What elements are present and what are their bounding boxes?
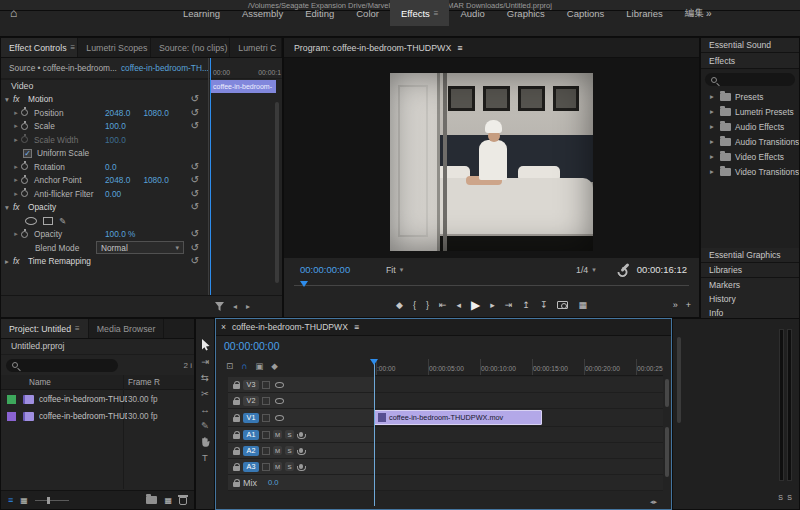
track-v1-header[interactable]: V1: [228, 409, 374, 427]
clip-name[interactable]: coffee-in-bedroom-THUDP: [39, 395, 127, 404]
fx-badge-icon[interactable]: fx: [13, 202, 28, 212]
sync-lock-icon[interactable]: [262, 397, 270, 405]
opacity-value[interactable]: 100.0 %: [105, 229, 135, 239]
program-current-timecode[interactable]: 00:00:00:00: [300, 264, 350, 275]
mute-button[interactable]: M: [273, 446, 282, 455]
tab-media-browser[interactable]: Media Browser: [89, 319, 165, 338]
panel-menu-icon[interactable]: ≡: [75, 324, 80, 333]
razor-tool[interactable]: ✂: [196, 385, 214, 401]
track-select-tool[interactable]: ⇥: [196, 353, 214, 369]
timeline-ruler[interactable]: :00:00 00:00:05:00 00:00:10:00 00:00:15:…: [374, 359, 663, 376]
track-a2-header[interactable]: A2 M S: [228, 443, 374, 459]
workspace-audio[interactable]: Audio: [449, 0, 495, 26]
timeline-scroll-buttons[interactable]: ◂▸: [650, 498, 657, 506]
lock-icon[interactable]: [233, 384, 240, 389]
panel-markers[interactable]: Markers: [701, 278, 799, 293]
expand-anti-flicker-icon[interactable]: ▸: [11, 190, 21, 198]
track-a1-lane[interactable]: [374, 427, 663, 443]
scrubber-playhead[interactable]: [300, 281, 308, 291]
comparison-view-button[interactable]: ▦: [578, 300, 587, 310]
timeline-clip[interactable]: coffee-in-bedroom-THUDPWX.mov: [374, 410, 542, 425]
track-a3-header[interactable]: A3 M S: [228, 459, 374, 475]
solo-button[interactable]: S: [285, 446, 294, 455]
new-bin-button[interactable]: [146, 496, 157, 504]
track-mix-lane[interactable]: [374, 475, 663, 491]
panel-menu-icon[interactable]: ≡: [457, 43, 462, 53]
list-view-button[interactable]: ≡: [8, 495, 13, 505]
lock-icon[interactable]: [233, 466, 240, 471]
voiceover-record-icon[interactable]: [299, 448, 303, 453]
snap-icon[interactable]: ∩: [241, 361, 247, 371]
panel-menu-icon[interactable]: ≡: [71, 43, 76, 52]
lock-icon[interactable]: [233, 482, 240, 487]
home-icon[interactable]: ⌂: [10, 0, 17, 26]
reset-position-icon[interactable]: ↺: [191, 108, 199, 118]
motion-effect-label[interactable]: Motion: [28, 94, 53, 104]
lock-icon[interactable]: [233, 450, 240, 455]
effects-folder-presets[interactable]: ▸ Presets: [701, 89, 799, 104]
track-a1-badge[interactable]: A1: [243, 430, 259, 440]
reset-motion-icon[interactable]: ↺: [191, 94, 199, 104]
keyframe-ruler[interactable]: 00:00 00:00:1: [209, 58, 282, 79]
chevron-right-icon[interactable]: ▸: [708, 167, 716, 176]
tab-lumetri-color[interactable]: Lumetri C: [230, 38, 282, 57]
chevron-right-icon[interactable]: ▸: [708, 152, 716, 161]
workspace-graphics[interactable]: Graphics: [496, 0, 556, 26]
blend-mode-dropdown[interactable]: Normal ▾: [96, 241, 184, 254]
time-remapping-label[interactable]: Time Remapping: [28, 256, 91, 266]
timeline-vertical-scrollbar[interactable]: [665, 427, 669, 477]
mix-level-value[interactable]: 0.0: [268, 478, 279, 487]
solo-button[interactable]: S: [285, 462, 294, 471]
track-a1-header[interactable]: A1 M S: [228, 427, 374, 443]
add-marker-icon[interactable]: ◆: [271, 361, 278, 371]
sync-lock-icon[interactable]: [262, 414, 270, 422]
expand-position-icon[interactable]: ▸: [11, 109, 21, 117]
sync-lock-icon[interactable]: [262, 381, 270, 389]
reset-blend-mode-icon[interactable]: ↺: [191, 243, 199, 253]
previous-keyframe-icon[interactable]: ◂: [233, 302, 237, 311]
close-icon[interactable]: ×: [221, 322, 226, 332]
rotation-value[interactable]: 0.0: [105, 162, 117, 172]
panel-libraries[interactable]: Libraries: [701, 263, 799, 278]
reset-opacity-icon[interactable]: ↺: [191, 229, 199, 239]
lock-icon[interactable]: [233, 400, 240, 405]
delete-trash-button[interactable]: [179, 497, 187, 505]
play-button[interactable]: ▶: [471, 300, 480, 310]
toggle-track-output-icon[interactable]: [275, 398, 284, 404]
voiceover-record-icon[interactable]: [299, 432, 303, 437]
export-frame-button[interactable]: [557, 301, 568, 309]
workspace-editing[interactable]: Editing: [294, 0, 345, 26]
uniform-scale-checkbox[interactable]: ✓: [23, 149, 32, 158]
workspace-assembly[interactable]: Assembly: [231, 0, 294, 26]
expand-anchor-icon[interactable]: ▸: [11, 176, 21, 184]
source-clip-label[interactable]: Source • coffee-in-bedroom...: [9, 63, 117, 73]
panel-essential-sound[interactable]: Essential Sound: [701, 38, 799, 53]
effects-folder-lumetri-presets[interactable]: ▸ Lumetri Presets: [701, 104, 799, 119]
track-v2-badge[interactable]: V2: [243, 396, 259, 406]
panel-effects[interactable]: Effects: [701, 54, 799, 69]
go-to-in-button[interactable]: ⇤: [439, 300, 447, 310]
track-mix-header[interactable]: Mix 0.0: [228, 475, 374, 491]
track-v3-header[interactable]: V3: [228, 377, 374, 393]
solo-left-button[interactable]: S: [778, 494, 783, 501]
mark-in-button[interactable]: {: [413, 300, 416, 310]
track-v3-lane[interactable]: [374, 377, 663, 393]
reset-rotation-icon[interactable]: ↺: [191, 162, 199, 172]
new-item-button[interactable]: ▦: [164, 496, 172, 505]
effects-search-input[interactable]: [705, 73, 795, 86]
position-y-value[interactable]: 1080.0: [143, 108, 168, 118]
clip-name[interactable]: coffee-in-bedroom-THUDP: [39, 412, 127, 421]
track-v1-lane[interactable]: coffee-in-bedroom-THUDPWX.mov: [374, 409, 663, 427]
hand-tool[interactable]: [196, 433, 214, 449]
workspace-menu-icon[interactable]: ≡: [434, 9, 439, 18]
pen-tool[interactable]: ✎: [196, 417, 214, 433]
step-back-button[interactable]: ◂: [457, 300, 462, 310]
tab-source-monitor[interactable]: Source: (no clips): [151, 38, 230, 57]
workspace-learning[interactable]: Learning: [172, 0, 231, 26]
linked-selection-icon[interactable]: ▣: [255, 361, 263, 371]
effects-folder-video-transitions[interactable]: ▸ Video Transitions: [701, 164, 799, 179]
expand-opacity-icon[interactable]: ▸: [11, 230, 21, 238]
mute-button[interactable]: M: [273, 462, 282, 471]
scale-value[interactable]: 100.0: [105, 121, 126, 131]
reset-scale-icon[interactable]: ↺: [191, 121, 199, 131]
